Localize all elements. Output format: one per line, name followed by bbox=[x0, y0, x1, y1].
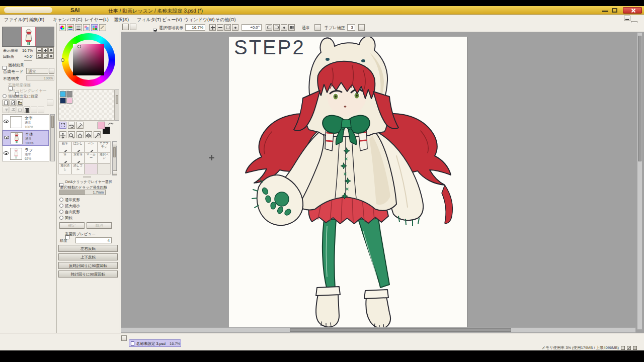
color-mixer-toggle-button[interactable] bbox=[83, 24, 90, 31]
lasso-tool[interactable] bbox=[68, 122, 75, 129]
transform-mode-scale-radio[interactable] bbox=[59, 204, 63, 208]
maximize-button[interactable] bbox=[612, 8, 617, 13]
toolbar-button-2[interactable] bbox=[130, 24, 136, 30]
layer-extra-button[interactable] bbox=[47, 100, 53, 106]
layer-row-figure-selected[interactable]: 全体 通常 100% bbox=[3, 130, 49, 146]
brush-empty-slot[interactable] bbox=[85, 163, 98, 174]
transform-mode-free-radio[interactable] bbox=[59, 210, 63, 214]
rotate-cw-button[interactable] bbox=[273, 24, 280, 31]
zoom-out-button[interactable] bbox=[217, 24, 223, 31]
brush-pen[interactable]: ペン bbox=[85, 141, 98, 152]
layer-lock-button[interactable] bbox=[38, 107, 44, 113]
layer-row-rough[interactable]: ラフ 通常 62% bbox=[3, 146, 49, 162]
panel-splitter[interactable] bbox=[24, 60, 32, 61]
swatches-scrollbar[interactable] bbox=[115, 89, 119, 121]
clear-layer-button[interactable] bbox=[17, 107, 23, 113]
stabilizer-value[interactable]: 3 bbox=[347, 24, 355, 31]
brush-scroll-down[interactable] bbox=[113, 170, 117, 175]
zoom-reset-button[interactable] bbox=[232, 24, 238, 31]
rotate-reset-button[interactable] bbox=[281, 24, 287, 31]
move-tool[interactable] bbox=[59, 131, 66, 138]
flip-view-button[interactable] bbox=[288, 24, 295, 31]
document-tab[interactable]: 名称未設定 3.psd 16.7% bbox=[129, 339, 181, 347]
blend-mode-select[interactable]: 通常 bbox=[26, 68, 48, 74]
minimize-button[interactable] bbox=[602, 11, 608, 12]
navigator-rotate-cw-button[interactable] bbox=[42, 53, 48, 59]
brush-airbrush[interactable]: エアブラシ bbox=[98, 141, 111, 152]
transform-cancel-button[interactable]: 取消 bbox=[87, 222, 112, 229]
magic-wand-tool[interactable] bbox=[76, 122, 84, 129]
brush-marker[interactable]: マーカー bbox=[85, 152, 98, 163]
new-folder-button[interactable] bbox=[17, 100, 23, 106]
zoom-tool[interactable] bbox=[68, 131, 75, 138]
selection-source-radio[interactable] bbox=[3, 94, 7, 98]
transform-confirm-button[interactable]: 確定 bbox=[59, 222, 85, 229]
vertical-scrollbar[interactable] bbox=[637, 32, 642, 330]
swatches-scrollbar-thumb[interactable] bbox=[116, 95, 118, 104]
brush-select-pen[interactable]: 選択ペン bbox=[98, 152, 111, 163]
new-layer-button[interactable] bbox=[3, 100, 9, 106]
navigator-preview[interactable] bbox=[2, 27, 54, 47]
layer-list-scrollbar-thumb[interactable] bbox=[51, 116, 54, 128]
paint-mode-button[interactable] bbox=[314, 24, 321, 31]
zoom-field[interactable]: 16.7% bbox=[185, 24, 205, 31]
layer-row-text[interactable]: 文字 通常 100% bbox=[3, 115, 49, 130]
horizontal-scrollbar-thumb[interactable] bbox=[290, 328, 511, 332]
swatch-navy[interactable] bbox=[60, 98, 66, 104]
tab-scroll-button[interactable] bbox=[121, 335, 127, 341]
navigator-zoom-out-button[interactable] bbox=[36, 47, 42, 53]
navigator-zoom-reset-button[interactable] bbox=[48, 47, 54, 53]
angle-field[interactable]: +0.0° bbox=[242, 24, 262, 31]
flip-horizontal-button[interactable]: 左右反転 bbox=[58, 245, 118, 252]
hue-cursor[interactable] bbox=[61, 58, 64, 62]
toolbar-button-1[interactable] bbox=[122, 24, 129, 30]
swatch-pink[interactable] bbox=[66, 98, 72, 104]
navigator-rotate-reset-button[interactable] bbox=[48, 53, 54, 59]
delete-layer-button[interactable] bbox=[24, 107, 30, 113]
panel-splitter[interactable] bbox=[83, 176, 91, 177]
horizontal-scrollbar[interactable] bbox=[121, 327, 636, 333]
brush-grid-scrollbar[interactable] bbox=[112, 141, 117, 175]
brush-select-eraser[interactable]: 選択消し bbox=[58, 163, 71, 174]
rgb-slider-toggle-button[interactable] bbox=[67, 24, 74, 31]
brush-empty-slot[interactable] bbox=[98, 163, 111, 174]
swatch-gray[interactable] bbox=[66, 91, 72, 97]
brush-watercolor[interactable]: 水彩筆 bbox=[71, 152, 85, 163]
zoom-in-button[interactable] bbox=[209, 24, 216, 31]
transfer-down-button[interactable] bbox=[3, 107, 9, 113]
opacity-slider[interactable]: 100% bbox=[26, 75, 54, 80]
layer-visibility-icon[interactable] bbox=[4, 151, 9, 155]
layer-visibility-icon[interactable] bbox=[4, 120, 9, 123]
brush-scroll-up[interactable] bbox=[113, 142, 117, 146]
blend-mode-dropdown-icon[interactable] bbox=[49, 68, 54, 74]
sv-cursor[interactable] bbox=[77, 45, 81, 48]
canvas-viewport[interactable]: STEP2 bbox=[121, 32, 644, 333]
flip-vertical-button[interactable]: 上下反転 bbox=[58, 253, 118, 260]
rect-select-tool[interactable] bbox=[59, 122, 66, 129]
stabilizer-button[interactable] bbox=[358, 24, 365, 31]
brush-eraser[interactable]: 消しゴム bbox=[71, 163, 85, 174]
brush-blur[interactable]: ぼかし bbox=[71, 141, 85, 152]
transform-mode-normal-radio[interactable] bbox=[59, 198, 63, 202]
eyedropper-tool[interactable] bbox=[94, 131, 101, 138]
drag-distance-slider[interactable]: 1.7mm bbox=[59, 190, 106, 195]
rotate-90-cw-button[interactable]: 時計回りに90度回転 bbox=[58, 270, 118, 278]
color-sv-square[interactable] bbox=[73, 44, 104, 75]
brush-brush[interactable]: 筆 bbox=[58, 152, 71, 163]
precision-field[interactable]: 4 bbox=[75, 237, 112, 243]
brush-pencil[interactable]: 鉛筆 bbox=[58, 141, 71, 152]
swatch-cyan[interactable] bbox=[60, 91, 66, 97]
doc-minimize-button[interactable] bbox=[624, 16, 630, 21]
primary-color-chip[interactable] bbox=[98, 122, 105, 129]
brush-scrollbar-thumb[interactable] bbox=[113, 147, 116, 157]
rotate-view-tool[interactable] bbox=[76, 131, 84, 138]
swatches-toggle-button[interactable] bbox=[91, 24, 98, 31]
layer-mask-button[interactable] bbox=[31, 107, 37, 113]
swatches-panel[interactable] bbox=[58, 89, 115, 121]
scratchpad-toggle-button[interactable] bbox=[99, 24, 106, 31]
merge-down-button[interactable] bbox=[10, 107, 16, 113]
rotate-90-ccw-button[interactable]: 反時計回りに90度回転 bbox=[58, 262, 118, 269]
zoom-fit-button[interactable] bbox=[224, 24, 231, 31]
vertical-scrollbar-thumb[interactable] bbox=[638, 36, 641, 161]
layer-list-scrollbar[interactable] bbox=[50, 114, 55, 161]
